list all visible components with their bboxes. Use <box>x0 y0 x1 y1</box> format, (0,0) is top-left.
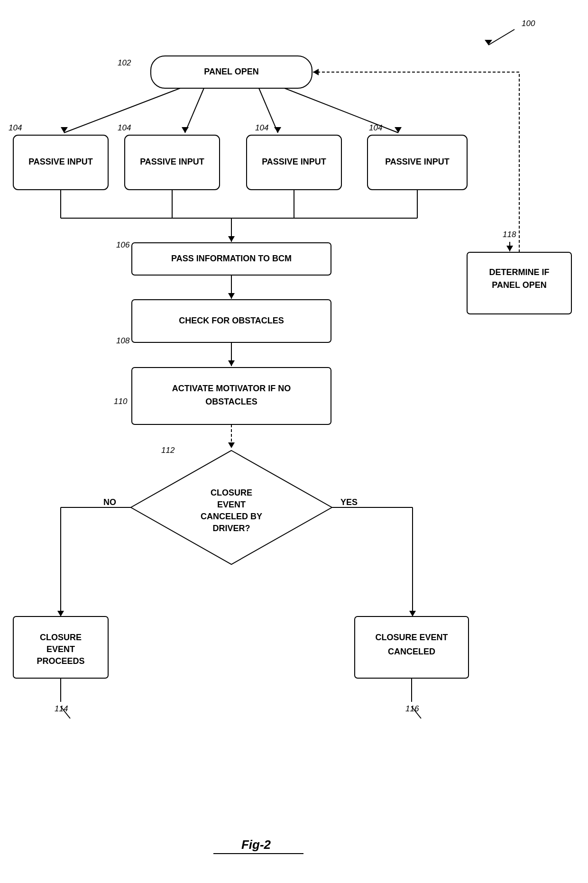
activate-motivator-node2: OBSTACLES <box>205 397 257 406</box>
determine-panel-node2: PANEL OPEN <box>492 280 546 290</box>
svg-line-5 <box>185 88 204 133</box>
ref-100: 100 <box>522 19 535 28</box>
ref-102: 102 <box>118 58 131 67</box>
svg-marker-26 <box>228 293 235 299</box>
svg-marker-39 <box>409 611 416 616</box>
closure-q-node: CLOSURE <box>211 488 252 497</box>
svg-line-0 <box>488 29 514 45</box>
activate-motivator-node: ACTIVATE MOTIVATOR IF NO <box>172 384 291 393</box>
closure-q-node3: CANCELED BY <box>201 512 262 521</box>
passive-input-4: PASSIVE INPUT <box>385 157 450 166</box>
svg-marker-51 <box>313 69 319 75</box>
determine-panel-node: DETERMINE IF <box>489 267 549 277</box>
no-label: NO <box>103 497 116 507</box>
svg-marker-23 <box>228 236 235 242</box>
ref-104b: 104 <box>118 123 131 132</box>
svg-marker-36 <box>57 611 64 616</box>
passive-input-1: PASSIVE INPUT <box>28 157 93 166</box>
closure-proceeds-node2: EVENT <box>46 644 75 654</box>
ref-106: 106 <box>116 240 130 249</box>
closure-proceeds-node: CLOSURE <box>40 633 82 642</box>
closure-q-node4: DRIVER? <box>212 524 250 533</box>
closure-proceeds-node3: PROCEEDS <box>37 656 84 666</box>
svg-marker-47 <box>506 246 513 251</box>
svg-marker-6 <box>182 127 189 133</box>
ref-112: 112 <box>161 446 175 455</box>
ref-118: 118 <box>503 230 516 239</box>
svg-marker-1 <box>485 40 492 45</box>
closure-canceled-node2: CANCELED <box>388 647 435 656</box>
ref-104d: 104 <box>369 123 382 132</box>
ref-108: 108 <box>116 336 130 345</box>
pass-bcm-node: PASS INFORMATION TO BCM <box>171 254 292 263</box>
ref-104a: 104 <box>9 123 22 132</box>
svg-marker-8 <box>274 127 281 133</box>
svg-marker-29 <box>228 360 235 366</box>
figure-label: Fig-2 <box>241 837 271 852</box>
closure-canceled-node: CLOSURE EVENT <box>375 633 448 642</box>
passive-input-2: PASSIVE INPUT <box>140 157 204 166</box>
panel-open-node: PANEL OPEN <box>204 67 258 76</box>
passive-input-3: PASSIVE INPUT <box>262 157 326 166</box>
ref-116: 116 <box>405 704 419 713</box>
svg-rect-30 <box>132 368 331 424</box>
yes-label: YES <box>340 497 358 507</box>
svg-marker-32 <box>228 442 235 448</box>
check-obstacles-node: CHECK FOR OBSTACLES <box>179 316 284 325</box>
flowchart-diagram: 100 102 PANEL OPEN 104 104 104 104 PASSI… <box>0 0 588 883</box>
ref-104c: 104 <box>255 123 268 132</box>
ref-110: 110 <box>114 397 128 406</box>
ref-114: 114 <box>55 704 68 713</box>
closure-q-node2: EVENT <box>217 500 246 509</box>
